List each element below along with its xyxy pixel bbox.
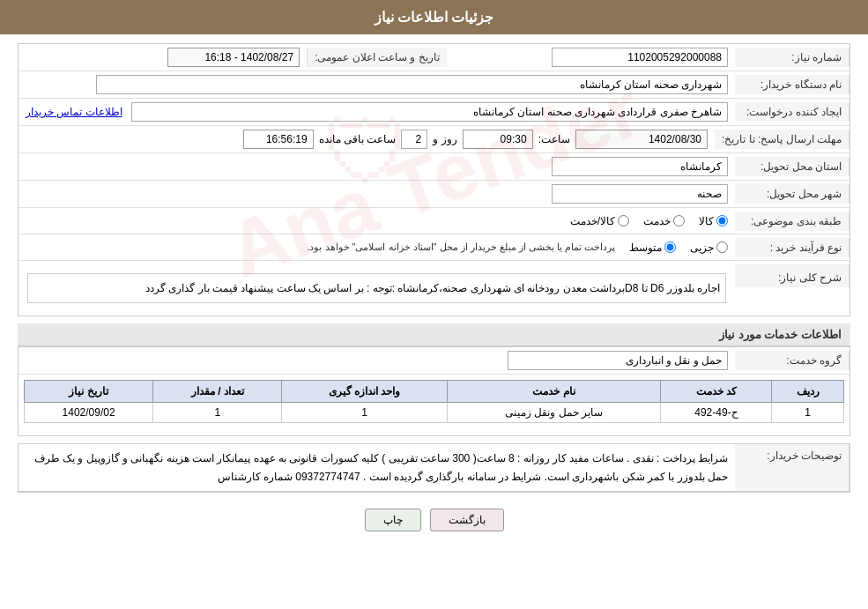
table-cell: سایر حمل ونقل زمینی [447, 403, 661, 423]
description-box: اجاره بلدوزر D6 تا D8برداشت معدن رودخانه… [27, 273, 726, 303]
process-label-motavaset: متوسط [629, 241, 662, 254]
deadline-remaining-label: ساعت باقی مانده [319, 133, 397, 145]
deadline-time-label: ساعت: [538, 133, 570, 145]
col-date: تاریخ نیاز [25, 381, 153, 403]
content-area: Ana Tender 🛡 شماره نیاز: تاریخ و ساعت اع… [0, 34, 868, 549]
creator-label: ایجاد کننده درخواست: [735, 102, 849, 122]
row-delivery-city: شهر محل تحویل: [19, 181, 849, 208]
col-name: نام خدمت [447, 381, 661, 403]
buyer-org-label: نام دستگاه خریدار: [735, 75, 849, 94]
row-process: نوع فرآیند خرید : جزیی متوسط پرداخت تمام… [19, 234, 849, 261]
table-cell: 1402/09/02 [25, 403, 153, 423]
process-note: پرداخت تمام یا بخشی از مبلغ خریدار از مح… [307, 241, 615, 253]
services-table: ردیف کد خدمت نام خدمت واحد اندازه گیری ت… [24, 380, 844, 423]
process-label: نوع فرآیند خرید : [735, 238, 849, 257]
row-delivery-province: استان محل تحویل: [19, 153, 849, 181]
page-title: جزئیات اطلاعات نیاز [375, 10, 494, 25]
category-option-kala-khedmat: کالا/خدمت [570, 215, 629, 227]
deadline-label: مهلت ارسال پاسخ: تا تاریخ: [715, 130, 849, 149]
services-table-container: ردیف کد خدمت نام خدمت واحد اندازه گیری ت… [19, 375, 849, 428]
table-header-row: ردیف کد خدمت نام خدمت واحد اندازه گیری ت… [25, 381, 844, 403]
service-group-label: گروه خدمت: [735, 351, 849, 370]
creator-input[interactable] [131, 102, 728, 122]
process-label-jozi: جزیی [690, 241, 714, 254]
date-input[interactable] [167, 48, 300, 67]
page-header: جزئیات اطلاعات نیاز [0, 0, 868, 34]
row-buyer-org: نام دستگاه خریدار: [19, 71, 849, 99]
category-radio-kala[interactable] [716, 215, 728, 227]
process-option-motavaset: متوسط [629, 241, 676, 254]
service-group-input[interactable] [508, 351, 728, 370]
description-text: اجاره بلدوزر D6 تا D8برداشت معدن رودخانه… [145, 282, 720, 294]
table-cell: 1 [153, 403, 282, 423]
row-deadline: مهلت ارسال پاسخ: تا تاریخ: ساعت: روز و س… [19, 126, 849, 153]
delivery-city-input[interactable] [552, 184, 728, 204]
category-option-kala: کالا [699, 215, 728, 227]
category-radio-kala-khedmat[interactable] [618, 215, 629, 227]
services-section-title: اطلاعات خدمات مورد نیاز [18, 323, 850, 346]
category-label: طبقه بندی موضوعی: [735, 212, 849, 231]
services-section: گروه خدمت: ردیف کد خدمت نام خدمت واحد ان… [18, 346, 850, 436]
contact-link[interactable]: اطلاعات تماس خریدار [26, 106, 122, 118]
category-label-kala: کالا [699, 215, 714, 227]
back-button[interactable]: بازگشت [430, 509, 504, 531]
deadline-remaining-input[interactable] [243, 130, 314, 149]
row-description: شرح کلی نیاز: اجاره بلدوزر D6 تا D8برداش… [19, 261, 849, 316]
delivery-province-label: استان محل تحویل: [735, 157, 849, 176]
process-radio-group: جزیی متوسط [629, 241, 728, 254]
col-row: ردیف [772, 381, 844, 403]
category-option-khedmat: خدمت [643, 215, 685, 227]
process-option-jozi: جزیی [690, 241, 728, 254]
category-label-kala-khedmat: کالا/خدمت [570, 215, 615, 227]
buyer-description-section: توضیحات خریدار: شرایط پرداخت : نقدی . سا… [18, 443, 850, 493]
col-code: کد خدمت [661, 381, 772, 403]
category-radio-khedmat[interactable] [673, 215, 685, 227]
category-label-khedmat: خدمت [643, 215, 671, 227]
table-row: 1ح-49-492سایر حمل ونقل زمینی111402/09/02 [25, 403, 844, 423]
print-button[interactable]: چاپ [365, 509, 421, 531]
page-container: جزئیات اطلاعات نیاز Ana Tender 🛡 شماره ن… [0, 0, 868, 609]
deadline-days-input[interactable] [401, 130, 427, 149]
deadline-time-input[interactable] [463, 130, 533, 149]
need-number-label: شماره نیاز: [735, 48, 849, 67]
buyer-description-label: توضیحات خریدار: [735, 444, 849, 491]
col-unit: واحد اندازه گیری [282, 381, 447, 403]
delivery-city-label: شهر محل تحویل: [735, 184, 849, 204]
deadline-date-input[interactable] [575, 130, 708, 149]
process-radio-motavaset[interactable] [664, 241, 676, 253]
bottom-buttons: بازگشت چاپ [18, 500, 850, 540]
buyer-description-value: شرایط پرداخت : نقدی . ساعات مفید کار روز… [19, 444, 735, 491]
deadline-days-label: روز و [433, 133, 456, 145]
row-creator: ایجاد کننده درخواست: اطلاعات تماس خریدار [19, 99, 849, 126]
delivery-province-input[interactable] [552, 157, 728, 176]
row-service-group: گروه خدمت: [19, 347, 849, 375]
date-label: تاریخ و ساعت اعلان عمومی: [307, 48, 447, 67]
row-need-number: شماره نیاز: تاریخ و ساعت اعلان عمومی: [19, 44, 849, 71]
buyer-description-row: توضیحات خریدار: شرایط پرداخت : نقدی . سا… [19, 444, 849, 492]
col-qty: تعداد / مقدار [153, 381, 282, 403]
table-cell: 1 [772, 403, 844, 423]
process-radio-jozi[interactable] [716, 241, 728, 253]
description-label: شرح کلی نیاز: [735, 264, 849, 287]
table-cell: 1 [282, 403, 447, 423]
row-category: طبقه بندی موضوعی: کالا خدمت [19, 208, 849, 234]
table-cell: ح-49-492 [661, 403, 772, 423]
need-number-input[interactable] [552, 48, 728, 67]
category-radio-group: کالا خدمت کالا/خدمت [26, 215, 728, 227]
buyer-org-input[interactable] [96, 75, 728, 94]
main-form-section: Ana Tender 🛡 شماره نیاز: تاریخ و ساعت اع… [18, 43, 850, 316]
